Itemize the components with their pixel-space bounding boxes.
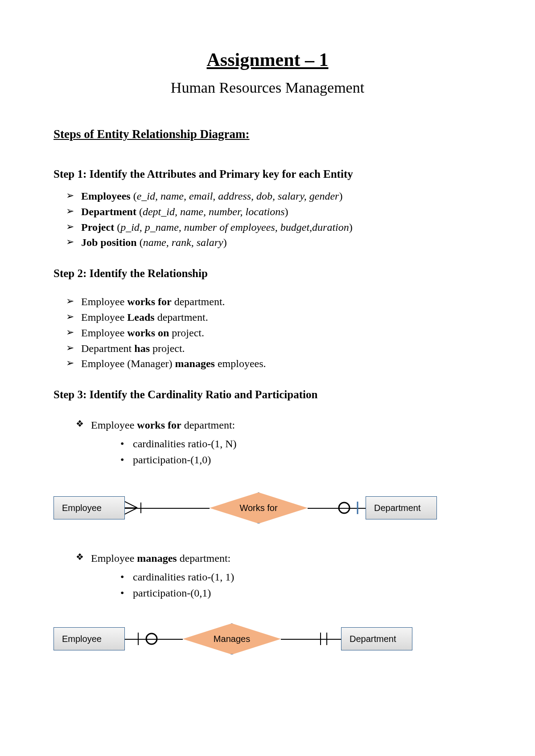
relationship-name: Leads — [127, 311, 154, 323]
svg-line-2 — [125, 508, 137, 514]
cardinality-case: Employee manages department: — [76, 550, 482, 566]
svg-point-4 — [339, 503, 350, 513]
text: department: — [177, 552, 231, 564]
relationship-name: manages — [137, 552, 177, 564]
entity-employee: Employee — [54, 496, 125, 519]
text: Department — [81, 343, 134, 354]
entity-label: Employee — [62, 503, 102, 513]
section-heading: Steps of Entity Relationship Diagram: — [54, 127, 482, 141]
step-1-list: Employees (e_id, name, email, address, d… — [54, 188, 482, 250]
relationship-name: has — [134, 343, 150, 354]
entity-name: Project — [81, 221, 114, 233]
cardinality-bullets: cardinalities ratio-(1, 1) participation… — [54, 569, 482, 601]
text: department. — [172, 296, 225, 307]
text: ) — [339, 190, 342, 202]
entity-label: Department — [374, 503, 421, 513]
entity-name: Employees — [81, 190, 131, 202]
entity-label: Employee — [62, 634, 102, 644]
text: employees. — [215, 358, 266, 369]
text: ( — [140, 237, 143, 248]
page-subtitle: Human Resources Management — [54, 79, 482, 96]
relationship-diamond: Works for — [210, 492, 308, 523]
step-2-list: Employee works for department. Employee … — [54, 294, 482, 372]
text: project. — [169, 327, 204, 339]
one-circle-icon — [134, 630, 165, 648]
text: ( — [133, 190, 137, 202]
step-2-block: Step 2: Identify the Relationship Employ… — [54, 267, 482, 372]
text: Employee — [91, 419, 137, 431]
cardinality-bullets: cardinalities ratio-(1, N) participation… — [54, 436, 482, 468]
text: Employee — [81, 311, 127, 323]
crowfoot-one-icon — [125, 499, 145, 517]
cardinality-case: Employee works for department: — [76, 417, 482, 433]
step-2-heading: Step 2: Identify the Relationship — [54, 267, 482, 280]
text: Employee — [81, 296, 127, 307]
svg-point-7 — [146, 633, 157, 644]
text: ( — [139, 206, 143, 217]
one-one-icon — [314, 630, 337, 648]
list-item: Employees (e_id, name, email, address, d… — [66, 188, 482, 204]
relationship-label: Manages — [214, 634, 250, 644]
entity-department: Department — [341, 627, 412, 650]
text: ) — [285, 206, 288, 217]
list-item: Department (dept_id, name, number, locat… — [66, 204, 482, 220]
entity-employee: Employee — [54, 627, 125, 650]
text: department: — [181, 419, 235, 431]
list-item: Employee works on project. — [66, 325, 482, 341]
relationship-name: works for — [127, 296, 171, 307]
relationship-name: works on — [127, 327, 169, 339]
list-item: participation-(0,1) — [120, 585, 482, 601]
text: ) — [223, 237, 227, 248]
entity-attrs: p_id, p_name, number of employees, budge… — [120, 221, 349, 233]
list-item: Department has project. — [66, 341, 482, 356]
list-item: participation-(1,0) — [120, 452, 482, 468]
entity-attrs: dept_id, name, number, locations — [143, 206, 285, 217]
text: Employee — [81, 327, 127, 339]
list-item: cardinalities ratio-(1, 1) — [120, 569, 482, 585]
relationship-name: works for — [137, 419, 181, 431]
entity-name: Job position — [81, 237, 137, 248]
list-item: Job position (name, rank, salary) — [66, 235, 482, 250]
entity-attrs: name, rank, salary — [143, 237, 223, 248]
entity-name: Department — [81, 206, 136, 217]
relationship-diamond: Manages — [183, 623, 281, 654]
entity-label: Department — [350, 634, 396, 644]
list-item: Employee (Manager) manages employees. — [66, 356, 482, 372]
page-title: Assignment – 1 — [54, 49, 482, 70]
text: department. — [155, 311, 208, 323]
list-item: cardinalities ratio-(1, N) — [120, 436, 482, 452]
step-3-block: Step 3: Identify the Cardinality Ratio a… — [54, 388, 482, 657]
circle-one-icon — [334, 499, 366, 517]
er-diagram-manages: Employee Manages Department — [54, 621, 482, 657]
svg-line-0 — [125, 502, 137, 508]
list-item: Employee works for department. — [66, 294, 482, 310]
step-1-heading: Step 1: Identify the Attributes and Prim… — [54, 168, 482, 180]
relationship-label: Works for — [239, 503, 277, 513]
text: Employee — [91, 552, 137, 564]
text: Employee (Manager) — [81, 358, 175, 369]
step-1-block: Step 1: Identify the Attributes and Prim… — [54, 168, 482, 250]
entity-attrs: e_id, name, email, address, dob, salary,… — [137, 190, 339, 202]
relationship-name: manages — [175, 358, 215, 369]
text: ) — [349, 221, 353, 233]
text: ( — [117, 221, 120, 233]
list-item: Employee Leads department. — [66, 310, 482, 325]
entity-department: Department — [366, 496, 437, 519]
list-item: Project (p_id, p_name, number of employe… — [66, 220, 482, 235]
text: project. — [150, 343, 185, 354]
step-3-heading: Step 3: Identify the Cardinality Ratio a… — [54, 388, 482, 401]
er-diagram-works-for: Employee Works for Department — [54, 490, 482, 526]
